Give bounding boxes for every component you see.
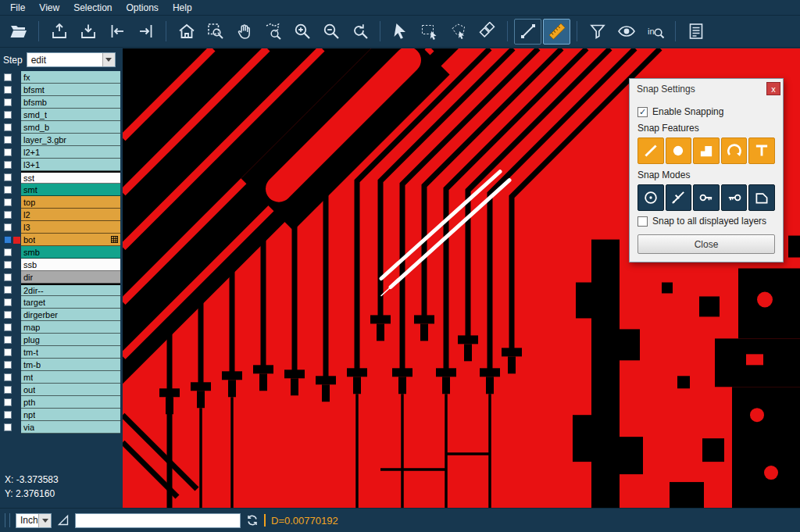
layer-name-cell[interactable]: smd_t xyxy=(21,109,120,121)
layer-row-bfsmb[interactable]: bfsmb xyxy=(0,96,123,109)
zoom-polygon-button[interactable] xyxy=(259,19,287,45)
select-multi-button[interactable] xyxy=(473,19,501,45)
layer-visibility-checkbox[interactable] xyxy=(4,386,12,394)
layer-row-smd_b[interactable]: smd_b xyxy=(0,121,123,134)
layer-row-ssb[interactable]: ssb xyxy=(0,259,123,271)
layer-row-l3[interactable]: l3 xyxy=(0,221,123,234)
layer-visibility-checkbox[interactable] xyxy=(4,336,12,344)
layer-row-l3+1[interactable]: l3+1 xyxy=(0,159,123,171)
layer-name-cell[interactable]: dir xyxy=(21,271,120,284)
layer-row-plug[interactable]: plug xyxy=(0,334,123,346)
layer-visibility-checkbox[interactable] xyxy=(4,73,12,81)
close-icon[interactable]: x xyxy=(766,82,780,95)
layer-name-cell[interactable]: map xyxy=(21,321,120,334)
layer-name-cell[interactable]: smt xyxy=(21,184,120,196)
layer-name-cell[interactable]: bot xyxy=(21,234,120,246)
step-dropdown[interactable]: edit xyxy=(27,52,116,67)
layer-visibility-checkbox[interactable] xyxy=(4,223,12,231)
layer-row-dirgerber[interactable]: dirgerber xyxy=(0,309,123,321)
layer-name-cell[interactable]: tm-b xyxy=(21,359,120,371)
layer-name-cell[interactable]: bfsmb xyxy=(21,96,120,109)
layer-row-smd_t[interactable]: smd_t xyxy=(0,109,123,121)
snap-feature-text[interactable] xyxy=(748,137,775,164)
layer-visibility-checkbox[interactable] xyxy=(4,161,12,169)
layer-name-cell[interactable]: l2+1 xyxy=(21,146,120,159)
layer-name-cell[interactable]: tm-t xyxy=(21,346,120,359)
chevron-down-icon[interactable] xyxy=(38,514,51,527)
layer-visibility-checkbox[interactable] xyxy=(4,348,12,356)
layer-row-dir[interactable]: dir xyxy=(0,271,123,284)
layer-visibility-checkbox[interactable] xyxy=(4,211,12,219)
snap-mode-nearest[interactable] xyxy=(666,184,692,211)
layer-name-cell[interactable]: layer_3.gbr xyxy=(21,134,120,146)
layer-visibility-checkbox[interactable] xyxy=(4,248,12,256)
snap-feature-surface[interactable] xyxy=(693,137,720,164)
layer-visibility-checkbox[interactable] xyxy=(4,86,12,94)
layer-row-tm-t[interactable]: tm-t xyxy=(0,346,123,359)
layer-row-out[interactable]: out xyxy=(0,384,123,396)
import-top-button[interactable] xyxy=(45,19,73,45)
chevron-down-icon[interactable] xyxy=(102,53,115,66)
layer-row-bot[interactable]: bot xyxy=(0,234,123,246)
layer-visibility-checkbox[interactable] xyxy=(4,123,12,131)
layer-visibility-checkbox[interactable] xyxy=(4,98,12,106)
snap-mode-key-right[interactable] xyxy=(721,184,748,211)
report-button[interactable] xyxy=(682,19,709,45)
layer-row-fx[interactable]: fx xyxy=(0,71,123,84)
layer-name-cell[interactable]: mt xyxy=(21,371,120,384)
layer-visibility-checkbox[interactable] xyxy=(4,373,12,381)
layer-row-layer_3.gbr[interactable]: layer_3.gbr xyxy=(0,134,123,146)
layer-visibility-checkbox[interactable] xyxy=(4,236,12,244)
snap-feature-pad[interactable] xyxy=(666,137,692,164)
layer-name-cell[interactable]: fx xyxy=(21,71,120,84)
draw-line-button[interactable] xyxy=(514,19,541,45)
layer-visibility-checkbox[interactable] xyxy=(4,323,12,331)
layer-visibility-checkbox[interactable] xyxy=(4,198,12,206)
layer-name-cell[interactable]: dirgerber xyxy=(21,309,120,321)
layer-visibility-checkbox[interactable] xyxy=(4,186,12,194)
home-view-button[interactable] xyxy=(173,19,200,45)
zoom-previous-button[interactable] xyxy=(346,19,373,45)
snap-dialog-titlebar[interactable]: Snap Settings x xyxy=(630,79,783,98)
menu-file[interactable]: File xyxy=(3,0,32,16)
layer-visibility-checkbox[interactable] xyxy=(4,173,12,181)
layer-visibility-checkbox[interactable] xyxy=(4,148,12,156)
layer-visibility-checkbox[interactable] xyxy=(4,423,12,431)
unit-dropdown[interactable]: Inch xyxy=(16,513,52,528)
layer-name-cell[interactable]: via xyxy=(21,421,120,434)
find-button[interactable]: in xyxy=(641,19,669,45)
layer-name-cell[interactable]: npt xyxy=(21,409,120,421)
snap-mode-center[interactable] xyxy=(638,184,664,211)
layer-name-cell[interactable]: top xyxy=(21,196,120,209)
shift-right-button[interactable] xyxy=(132,19,159,45)
layer-row-npt[interactable]: npt xyxy=(0,409,123,421)
layer-row-bfsmt[interactable]: bfsmt xyxy=(0,84,123,96)
layer-visibility-checkbox[interactable] xyxy=(4,298,12,306)
enable-snapping-row[interactable]: Enable Snapping xyxy=(638,106,775,117)
layer-name-cell[interactable]: target xyxy=(21,296,120,309)
layer-row-l2[interactable]: l2 xyxy=(0,209,123,221)
shift-left-button[interactable] xyxy=(103,19,130,45)
layer-name-cell[interactable]: 2dir-- xyxy=(21,284,120,296)
zoom-out-button[interactable] xyxy=(317,19,345,45)
layer-row-smt[interactable]: smt xyxy=(0,184,123,196)
layer-row-map[interactable]: map xyxy=(0,321,123,334)
enable-snapping-checkbox[interactable] xyxy=(638,107,648,117)
select-cursor-button[interactable] xyxy=(387,19,414,45)
pan-hand-button[interactable] xyxy=(230,19,258,45)
layer-name-cell[interactable]: smd_b xyxy=(21,121,120,134)
zoom-window-button[interactable] xyxy=(202,19,229,45)
layer-row-top[interactable]: top xyxy=(0,196,123,209)
highlight-button[interactable] xyxy=(612,19,640,45)
layer-name-cell[interactable]: l2 xyxy=(21,209,120,221)
open-folder-button[interactable] xyxy=(5,19,32,45)
snap-all-layers-checkbox[interactable] xyxy=(638,216,648,227)
select-rect-button[interactable] xyxy=(416,19,443,45)
layer-visibility-checkbox[interactable] xyxy=(4,398,12,406)
layer-visibility-checkbox[interactable] xyxy=(4,411,12,419)
layer-visibility-checkbox[interactable] xyxy=(4,111,12,119)
layer-row-2dir--[interactable]: 2dir-- xyxy=(0,284,123,296)
layer-name-cell[interactable]: pth xyxy=(21,396,120,409)
layer-row-tm-b[interactable]: tm-b xyxy=(0,359,123,371)
layer-visibility-checkbox[interactable] xyxy=(4,273,12,281)
